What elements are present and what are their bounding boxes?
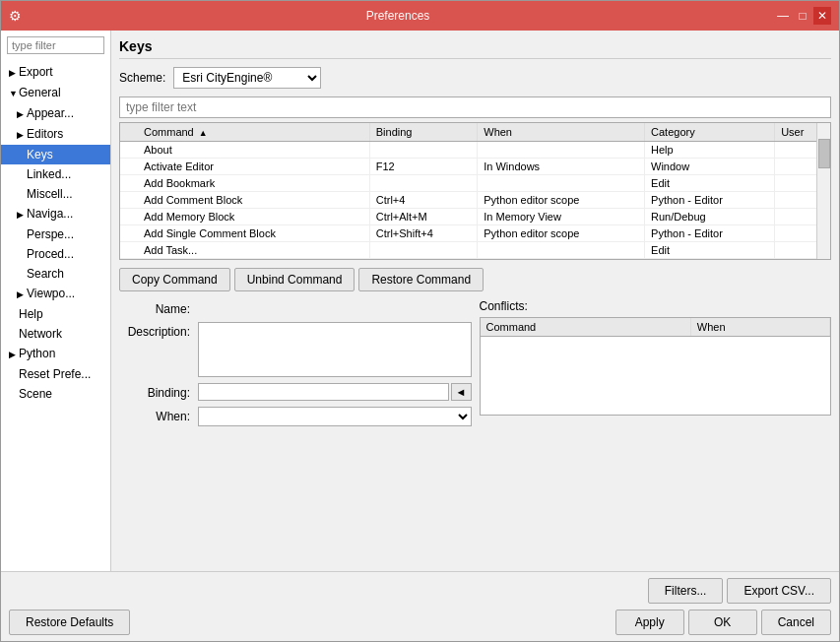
close-button[interactable]: ✕ [813,7,831,25]
cell-when [478,142,645,159]
sidebar-item-editors[interactable]: ▶Editors [1,124,110,145]
cell-binding: Ctrl+4 [369,192,478,209]
keys-table: Command ▲ Binding When Category User Abo… [120,123,830,259]
scheme-select[interactable]: Esri CityEngine® Default [173,67,321,89]
binding-row: Binding: ◄ [119,383,472,401]
scheme-label: Scheme: [119,71,165,85]
sidebar-item-proced[interactable]: Proced... [1,244,110,264]
table-row[interactable]: About Help [120,142,830,159]
binding-wrapper: ◄ [198,383,472,401]
name-label: Name: [119,299,198,316]
cell-when [478,242,645,259]
sidebar-item-network[interactable]: Network [1,324,110,344]
cell-binding: Ctrl+Alt+M [369,209,478,225]
titlebar: ⚙ Preferences — □ ✕ [1,1,839,31]
copy-command-button[interactable]: Copy Command [119,268,230,291]
sidebar-item-appear[interactable]: ▶Appear... [1,103,110,124]
scheme-row: Scheme: Esri CityEngine® Default [119,67,831,89]
tree-arrow-icon: ▶ [17,126,27,144]
cell-binding [369,142,478,159]
cell-category: Edit [645,175,775,192]
export-csv-button[interactable]: Export CSV... [727,578,831,604]
sidebar-item-viewpo[interactable]: ▶Viewpo... [1,284,110,304]
cell-binding: Ctrl+Shift+4 [369,225,478,242]
conflict-col-command[interactable]: Command [481,318,691,337]
sidebar-item-export[interactable]: ▶Export [1,62,110,83]
sidebar-item-keys[interactable]: Keys [1,145,110,164]
col-category[interactable]: Category [645,123,775,142]
sidebar-item-python[interactable]: ▶Python [1,344,110,364]
cell-when: In Windows [478,159,645,175]
conflicts-label: Conflicts: [480,299,832,313]
description-textarea[interactable] [198,322,472,377]
right-panel: Keys Scheme: Esri CityEngine® Default Co… [111,31,839,571]
keys-filter-input[interactable] [119,96,831,118]
col-command[interactable]: Command ▲ [120,123,369,142]
cell-when: Python editor scope [478,192,645,209]
when-select[interactable]: In Windows Python editor scope In Memory… [198,407,472,426]
table-row[interactable]: Add Single Comment Block Ctrl+Shift+4 Py… [120,225,830,242]
bottom-row2-right: Apply OK Cancel [615,610,831,635]
sidebar-item-linked[interactable]: Linked... [1,164,110,184]
conflicts-table-wrapper: Command When [480,317,832,416]
sidebar-item-general[interactable]: ▼General [1,83,110,103]
sidebar-item-help[interactable]: Help [1,304,110,324]
restore-defaults-button[interactable]: Restore Defaults [9,610,130,635]
sidebar-item-resetprefe[interactable]: Reset Prefe... [1,364,110,384]
table-row[interactable]: Activate Editor F12 In Windows Window [120,159,830,175]
cell-binding [369,175,478,192]
tree-arrow-icon: ▶ [17,286,27,303]
sidebar-item-perspe[interactable]: Perspe... [1,225,110,244]
action-buttons: Copy Command Unbind Command Restore Comm… [119,268,831,291]
conflict-col-when[interactable]: When [690,318,829,337]
cell-binding: F12 [369,159,478,175]
table-scrollbar[interactable] [816,123,830,259]
cell-command: Add Single Comment Block [120,225,369,242]
cell-category: Help [645,142,775,159]
sort-icon: ▲ [199,128,208,138]
keys-table-wrapper: Command ▲ Binding When Category User Abo… [119,122,831,260]
apply-button[interactable]: Apply [615,610,684,635]
table-row[interactable]: Add Memory Block Ctrl+Alt+M In Memory Vi… [120,209,830,225]
app-icon: ⚙ [9,8,22,24]
bottom-row2: Restore Defaults Apply OK Cancel [9,610,831,635]
panel-title: Keys [119,38,831,59]
sidebar-tree: ▶Export▼General▶Appear...▶EditorsKeysLin… [1,60,110,571]
cell-command: Activate Editor [120,159,369,175]
detail-area: Name: Description: Binding: ◄ [119,299,831,563]
conflicts-table: Command When [481,318,831,337]
cell-command: Add Comment Block [120,192,369,209]
cell-category: Run/Debug [645,209,775,225]
table-row[interactable]: Add Bookmark Edit [120,175,830,192]
cancel-button[interactable]: Cancel [761,610,831,635]
main-content: ▶Export▼General▶Appear...▶EditorsKeysLin… [1,31,839,571]
filters-button[interactable]: Filters... [648,578,724,604]
cell-command: Add Task... [120,242,369,259]
unbind-command-button[interactable]: Unbind Command [234,268,355,291]
cell-when: Python editor scope [478,225,645,242]
binding-input[interactable] [198,383,449,401]
cell-when [478,175,645,192]
cell-category: Edit [645,242,775,259]
minimize-button[interactable]: — [774,7,792,25]
binding-arrow-button[interactable]: ◄ [451,383,472,401]
ok-button[interactable]: OK [688,610,757,635]
sidebar-item-naviga[interactable]: ▶Naviga... [1,204,110,225]
table-row[interactable]: Add Comment Block Ctrl+4 Python editor s… [120,192,830,209]
tree-arrow-icon: ▼ [9,85,19,102]
sidebar-item-search[interactable]: Search [1,264,110,284]
restore-command-button[interactable]: Restore Command [358,268,484,291]
col-binding[interactable]: Binding [369,123,478,142]
table-row[interactable]: Add Task... Edit [120,242,830,259]
when-row: When: In Windows Python editor scope In … [119,407,472,426]
col-when[interactable]: When [478,123,645,142]
cell-command: About [120,142,369,159]
cell-category: Python - Editor [645,192,775,209]
sidebar-item-scene[interactable]: Scene [1,384,110,404]
maximize-button[interactable]: □ [794,7,811,25]
cell-category: Window [645,159,775,175]
when-label: When: [119,407,198,423]
sidebar-filter-input[interactable] [7,36,104,54]
cell-command: Add Memory Block [120,209,369,225]
sidebar-item-miscell[interactable]: Miscell... [1,184,110,204]
